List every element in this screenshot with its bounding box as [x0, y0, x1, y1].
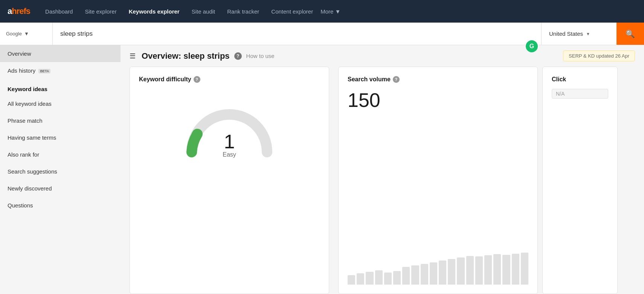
nav-keywords-explorer[interactable]: Keywords explorer [124, 8, 184, 15]
engine-chevron-icon: ▼ [24, 31, 29, 37]
engine-select[interactable]: Google ▼ [0, 23, 53, 45]
page-title: Overview: sleep strips [142, 51, 230, 61]
sidebar-item-ads-history[interactable]: Ads history BETA [0, 62, 121, 79]
chart-bar [366, 272, 373, 285]
chart-bar [448, 259, 455, 285]
kd-help-icon[interactable]: ? [194, 76, 200, 83]
sv-help-icon[interactable]: ? [393, 76, 400, 83]
chart-bar [348, 275, 355, 285]
keyword-difficulty-card: Keyword difficulty ? 1 Easy [130, 67, 329, 294]
clicks-card: Click N/A [542, 67, 618, 294]
svg-text:1: 1 [224, 131, 235, 152]
search-volume-card: Search volume ? 150 [338, 67, 538, 294]
sv-value: 150 [348, 89, 528, 111]
nav-rank-tracker[interactable]: Rank tracker [223, 8, 264, 15]
top-navigation: ahrefs Dashboard Site explorer Keywords … [0, 0, 644, 23]
sidebar-item-questions[interactable]: Questions [0, 197, 121, 214]
sidebar-item-search-suggestions[interactable]: Search suggestions [0, 163, 121, 180]
kd-card-title: Keyword difficulty ? [139, 76, 320, 83]
chart-bar [484, 255, 492, 285]
chevron-down-icon: ▼ [335, 8, 340, 15]
chart-bar [357, 273, 364, 285]
chart-bar [430, 262, 437, 285]
how-to-use-link[interactable]: How to use [246, 53, 275, 59]
clicks-na-badge: N/A [552, 89, 608, 99]
sidebar-item-having-same-terms[interactable]: Having same terms [0, 129, 121, 146]
chart-bar [384, 273, 392, 285]
chart-bar [375, 270, 383, 285]
page-header: ☰ Overview: sleep strips ? How to use SE… [121, 45, 644, 67]
country-chevron-icon: ▼ [586, 32, 590, 36]
gauge-svg: 1 Easy [177, 92, 282, 160]
nav-site-explorer[interactable]: Site explorer [80, 8, 121, 15]
engine-label: Google [6, 31, 22, 37]
nav-more[interactable]: More ▼ [320, 8, 340, 15]
keyword-ideas-section-title: Keyword ideas [0, 79, 121, 95]
help-icon[interactable]: ? [234, 52, 242, 60]
sidebar-item-also-rank-for[interactable]: Also rank for [0, 146, 121, 163]
keyword-search-input[interactable] [53, 30, 541, 38]
search-button[interactable]: 🔍 [617, 23, 644, 45]
chart-bar [393, 271, 401, 285]
chart-bar [411, 265, 419, 285]
chart-bar [466, 256, 474, 285]
volume-chart [348, 247, 528, 285]
svg-text:Easy: Easy [223, 151, 236, 158]
nav-site-audit[interactable]: Site audit [187, 8, 220, 15]
sidebar-item-newly-discovered[interactable]: Newly discovered [0, 180, 121, 197]
beta-badge: BETA [38, 69, 50, 73]
chart-bar [439, 260, 446, 285]
country-label: United States [549, 30, 583, 37]
chart-bar [421, 264, 428, 285]
chart-bar [521, 253, 528, 285]
chart-bar [475, 256, 483, 285]
updated-badge: SERP & KD updated 26 Apr [563, 50, 635, 61]
sidebar-item-overview[interactable]: Overview [0, 45, 121, 62]
grammarly-icon: G [525, 40, 539, 53]
country-select[interactable]: United States ▼ [541, 23, 617, 45]
main-layout: Overview Ads history BETA Keyword ideas … [0, 45, 644, 294]
nav-content-explorer[interactable]: Content explorer [267, 8, 317, 15]
chart-bar [457, 257, 464, 285]
search-icon: 🔍 [626, 30, 635, 38]
chart-bar [402, 267, 410, 285]
sidebar-item-phrase-match[interactable]: Phrase match [0, 112, 121, 129]
clicks-card-title: Click [552, 76, 608, 83]
cards-row: Keyword difficulty ? 1 Easy [121, 67, 644, 294]
sidebar-item-all-keyword-ideas[interactable]: All keyword ideas [0, 95, 121, 112]
chart-bar [502, 255, 510, 285]
logo[interactable]: ahrefs [8, 6, 30, 16]
nav-dashboard[interactable]: Dashboard [41, 8, 77, 15]
gauge-container: 1 Easy [139, 92, 320, 285]
chart-bar [512, 254, 519, 285]
sidebar: Overview Ads history BETA Keyword ideas … [0, 45, 121, 294]
search-bar: Google ▼ United States ▼ 🔍 G [0, 23, 644, 45]
content-area: ☰ Overview: sleep strips ? How to use SE… [121, 45, 644, 294]
chart-bar [493, 254, 501, 285]
sv-card-title: Search volume ? [348, 76, 528, 83]
hamburger-icon[interactable]: ☰ [130, 52, 136, 60]
